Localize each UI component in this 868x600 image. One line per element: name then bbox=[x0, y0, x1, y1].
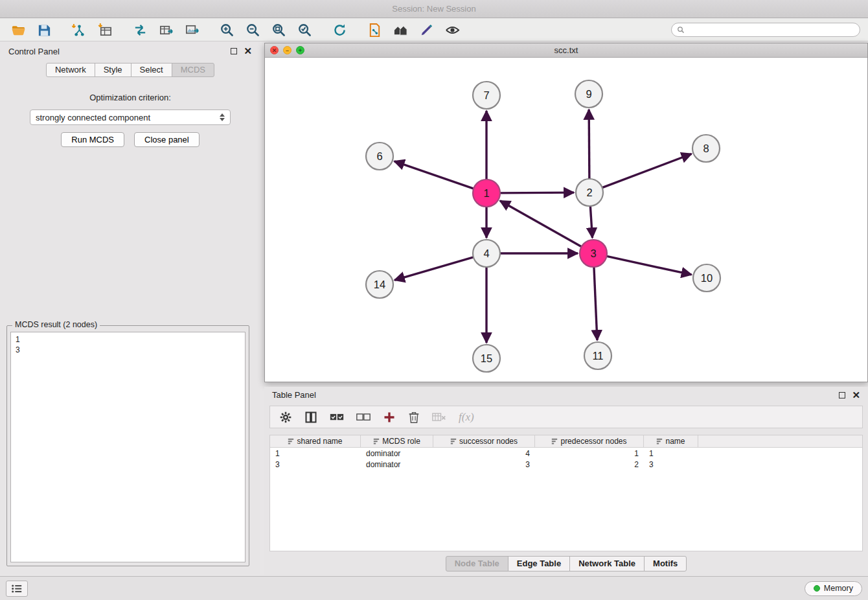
sort-icon bbox=[373, 438, 380, 444]
column-header-shared-name[interactable]: shared name bbox=[270, 435, 361, 447]
refresh-view-icon[interactable] bbox=[329, 21, 350, 39]
show-hide-graphics-icon[interactable] bbox=[442, 21, 463, 39]
cell-name[interactable]: 1 bbox=[644, 449, 698, 458]
table-settings-gear-icon[interactable] bbox=[279, 411, 292, 424]
table-tabs: Node Table Edge Table Network Table Moti… bbox=[264, 556, 868, 571]
search-input[interactable] bbox=[688, 25, 854, 34]
table-row[interactable]: 1 dominator 4 1 1 bbox=[270, 448, 862, 459]
table-header-row: shared name MCDS role successor nodes pr… bbox=[270, 435, 862, 448]
float-table-panel-icon[interactable] bbox=[839, 392, 845, 398]
edge-3-11[interactable] bbox=[594, 267, 597, 340]
delete-column-icon[interactable] bbox=[408, 411, 420, 424]
network-canvas[interactable]: 7968124314101511 bbox=[265, 58, 867, 382]
zoom-out-icon[interactable] bbox=[242, 21, 263, 39]
cell-name[interactable]: 3 bbox=[644, 460, 698, 469]
edge-3-1[interactable] bbox=[500, 201, 582, 247]
memory-label: Memory bbox=[824, 584, 853, 593]
node-label: 11 bbox=[592, 350, 603, 362]
maximize-window-icon[interactable] bbox=[296, 46, 304, 54]
tab-mcds[interactable]: MCDS bbox=[172, 63, 214, 77]
table-panel: Table Panel f(x) shared name MCDS role s… bbox=[264, 387, 868, 575]
create-column-icon[interactable] bbox=[383, 411, 396, 424]
sort-icon bbox=[288, 438, 294, 444]
sort-icon bbox=[551, 438, 558, 444]
tab-select[interactable]: Select bbox=[131, 63, 172, 77]
copy-network-view-icon[interactable] bbox=[364, 21, 385, 39]
function-builder-icon[interactable]: f(x) bbox=[459, 411, 474, 424]
network-window-title: scc.txt bbox=[554, 45, 578, 55]
zoom-fit-icon[interactable] bbox=[268, 21, 289, 39]
cell-successor-nodes[interactable]: 3 bbox=[433, 460, 535, 469]
cell-shared-name[interactable]: 3 bbox=[270, 460, 361, 469]
float-panel-icon[interactable] bbox=[231, 48, 237, 54]
home-layout-icon[interactable] bbox=[390, 21, 411, 39]
memory-button[interactable]: Memory bbox=[805, 581, 862, 596]
import-table-icon[interactable] bbox=[95, 21, 115, 39]
memory-status-icon bbox=[814, 585, 820, 592]
open-file-icon[interactable] bbox=[8, 21, 29, 39]
tab-network[interactable]: Network bbox=[46, 63, 95, 77]
zoom-in-icon[interactable] bbox=[216, 21, 237, 39]
cell-shared-name[interactable]: 1 bbox=[270, 449, 361, 458]
mcds-result-title: MCDS result (2 nodes) bbox=[12, 320, 100, 329]
close-table-panel-icon[interactable] bbox=[852, 392, 860, 398]
export-table-icon[interactable] bbox=[155, 21, 176, 39]
control-panel: Control Panel Network Style Select MCDS … bbox=[0, 41, 260, 575]
clone-network-icon[interactable] bbox=[130, 21, 150, 39]
column-header-mcds-role[interactable]: MCDS role bbox=[361, 435, 433, 447]
cell-mcds-role[interactable]: dominator bbox=[361, 449, 433, 458]
tab-node-table[interactable]: Node Table bbox=[446, 556, 508, 571]
mcds-result-list[interactable]: 1 3 bbox=[10, 332, 246, 562]
close-panel-icon[interactable] bbox=[244, 48, 252, 54]
column-header-predecessor-nodes[interactable]: predecessor nodes bbox=[535, 435, 644, 447]
table-row[interactable]: 3 dominator 3 2 3 bbox=[270, 459, 862, 470]
node-label: 6 bbox=[376, 150, 382, 162]
criterion-dropdown[interactable]: strongly connected component bbox=[30, 110, 231, 125]
apply-style-icon[interactable] bbox=[416, 21, 437, 39]
save-session-icon[interactable] bbox=[34, 21, 54, 39]
tab-edge-table[interactable]: Edge Table bbox=[508, 556, 570, 571]
search-box[interactable] bbox=[671, 23, 860, 37]
edge-1-6[interactable] bbox=[394, 161, 474, 189]
node-label: 8 bbox=[703, 143, 709, 154]
unselect-all-columns-icon[interactable] bbox=[356, 412, 371, 422]
cell-mcds-role[interactable]: dominator bbox=[361, 460, 433, 469]
export-image-icon[interactable] bbox=[181, 21, 202, 39]
minimize-window-icon[interactable] bbox=[283, 46, 291, 54]
tab-network-table[interactable]: Network Table bbox=[569, 556, 645, 571]
cell-successor-nodes[interactable]: 4 bbox=[433, 449, 535, 458]
folder-front bbox=[12, 29, 25, 34]
select-all-columns-icon[interactable] bbox=[330, 412, 344, 422]
cell-predecessor-nodes[interactable]: 1 bbox=[535, 449, 644, 458]
edge-2-9[interactable] bbox=[589, 110, 589, 179]
result-node-item: 3 bbox=[16, 345, 240, 355]
edge-1-2[interactable] bbox=[500, 192, 574, 193]
edge-3-10[interactable] bbox=[607, 256, 692, 274]
tab-motifs[interactable]: Motifs bbox=[644, 556, 687, 571]
tab-style[interactable]: Style bbox=[95, 63, 131, 77]
show-columns-icon[interactable] bbox=[304, 411, 317, 424]
status-bar: Memory bbox=[0, 576, 868, 600]
node-label: 15 bbox=[481, 352, 492, 364]
cell-predecessor-nodes[interactable]: 2 bbox=[535, 460, 644, 469]
edge-4-14[interactable] bbox=[394, 257, 474, 280]
edge-2-8[interactable] bbox=[602, 154, 692, 187]
node-label: 10 bbox=[701, 272, 713, 284]
delete-table-icon[interactable] bbox=[432, 411, 446, 423]
mcds-result-box: MCDS result (2 nodes) 1 3 bbox=[6, 325, 249, 566]
window-controls bbox=[270, 46, 304, 54]
result-node-item: 1 bbox=[16, 334, 240, 345]
table-toolbar: f(x) bbox=[269, 406, 863, 428]
edge-2-3[interactable] bbox=[590, 206, 592, 238]
import-network-icon[interactable] bbox=[69, 21, 89, 39]
sort-icon bbox=[450, 438, 457, 444]
close-window-icon[interactable] bbox=[270, 46, 279, 54]
column-header-name[interactable]: name bbox=[644, 435, 698, 447]
zoom-selected-icon[interactable] bbox=[294, 21, 315, 39]
criterion-value: strongly connected component bbox=[36, 113, 150, 122]
column-header-successor-nodes[interactable]: successor nodes bbox=[433, 435, 535, 447]
close-panel-button[interactable]: Close panel bbox=[134, 132, 200, 147]
run-mcds-button[interactable]: Run MCDS bbox=[61, 132, 124, 147]
node-label: 3 bbox=[590, 248, 596, 259]
task-history-button[interactable] bbox=[6, 581, 28, 597]
